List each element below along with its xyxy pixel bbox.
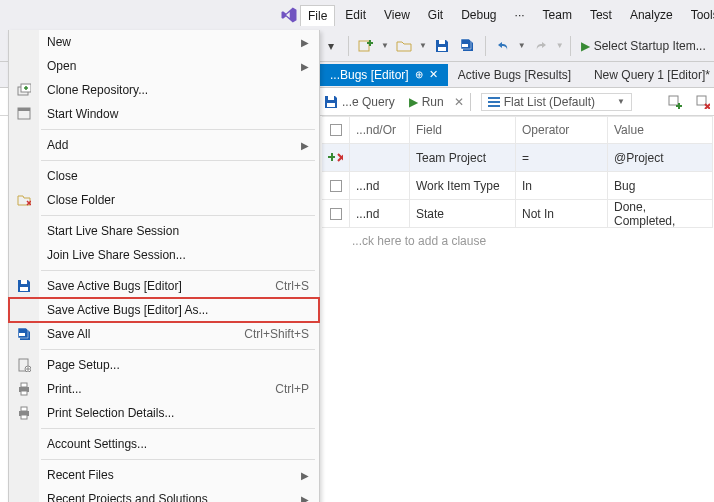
- checkbox[interactable]: [330, 208, 342, 220]
- save-icon[interactable]: [431, 35, 453, 57]
- save-query-button[interactable]: ...e Query: [320, 95, 399, 109]
- separator: [570, 36, 571, 56]
- menu-separator: [41, 459, 315, 460]
- menu-item-new[interactable]: New▶: [9, 30, 319, 54]
- tab-active-bugs-results[interactable]: Active Bugs [Results]: [448, 64, 581, 86]
- menu-item-recent-projects-and-solutions[interactable]: Recent Projects and Solutions▶: [9, 487, 319, 502]
- grid-add-icon[interactable]: [664, 91, 686, 113]
- redo-icon[interactable]: [530, 35, 552, 57]
- menu-analyze[interactable]: Analyze: [622, 4, 681, 26]
- menu-item-start-live-share-session[interactable]: Start Live Share Session: [9, 219, 319, 243]
- grid-row[interactable]: ...nd State Not In Done, Completed,: [322, 200, 713, 228]
- svg-rect-4: [327, 103, 335, 107]
- query-type-selector[interactable]: Flat List (Default) ▼: [481, 93, 632, 111]
- menu-file[interactable]: File: [300, 5, 335, 26]
- col-field[interactable]: Field: [410, 116, 516, 143]
- submenu-arrow-icon: ▶: [301, 494, 309, 503]
- startup-selector[interactable]: ▶ Select Startup Item...: [577, 39, 710, 53]
- col-value[interactable]: Value: [608, 116, 713, 143]
- menu-test[interactable]: Test: [582, 4, 620, 26]
- row-actions[interactable]: [328, 153, 343, 162]
- new-project-icon[interactable]: [355, 35, 377, 57]
- menu-item-recent-files[interactable]: Recent Files▶: [9, 463, 319, 487]
- run-button[interactable]: ▶ Run: [405, 95, 448, 109]
- menu-item-label: Close Folder: [47, 193, 309, 207]
- grid-row[interactable]: ...nd Work Item Type In Bug: [322, 172, 713, 200]
- save-all-icon[interactable]: [457, 35, 479, 57]
- menu-separator: [41, 129, 315, 130]
- grid-remove-icon[interactable]: [692, 91, 714, 113]
- save-icon: [324, 95, 338, 109]
- cell-field[interactable]: Team Project: [410, 144, 516, 171]
- cell-andor[interactable]: ...nd: [350, 200, 410, 227]
- checkbox[interactable]: [330, 180, 342, 192]
- cell-operator[interactable]: Not In: [516, 200, 608, 227]
- checkbox[interactable]: [330, 124, 342, 136]
- menu-edit[interactable]: Edit: [337, 4, 374, 26]
- menu-separator: [41, 160, 315, 161]
- menu-item-clone-repository[interactable]: Clone Repository...: [9, 78, 319, 102]
- open-icon[interactable]: [393, 35, 415, 57]
- col-operator[interactable]: Operator: [516, 116, 608, 143]
- cell-andor[interactable]: [350, 144, 410, 171]
- flatlist-label: Flat List (Default): [504, 95, 595, 109]
- menu-item-save-active-bugs-editor-as[interactable]: Save Active Bugs [Editor] As...: [9, 298, 319, 322]
- menu-item-print[interactable]: Print...Ctrl+P: [9, 377, 319, 401]
- cell-operator[interactable]: In: [516, 172, 608, 199]
- col-andor[interactable]: ...nd/Or: [350, 116, 410, 143]
- svg-rect-7: [488, 101, 500, 103]
- query-grid: ...nd/Or Field Operator Value Team Proje…: [322, 116, 713, 254]
- menu-item-label: Save All: [47, 327, 244, 341]
- menu-item-page-setup[interactable]: Page Setup...: [9, 353, 319, 377]
- tab-active-bugs-editor[interactable]: ...Bugs [Editor] ⊕ ✕: [320, 64, 448, 86]
- menu-item-join-live-share-session[interactable]: Join Live Share Session...: [9, 243, 319, 267]
- menu-item-add[interactable]: Add▶: [9, 133, 319, 157]
- menu-team[interactable]: Team: [535, 4, 580, 26]
- menu-item-print-selection-details[interactable]: Print Selection Details...: [9, 401, 319, 425]
- cell-andor[interactable]: ...nd: [350, 172, 410, 199]
- page-icon: [15, 356, 33, 374]
- separator: [348, 36, 349, 56]
- menu-git[interactable]: Git: [420, 4, 451, 26]
- submenu-arrow-icon: ▶: [301, 37, 309, 48]
- dropdown-caret-icon[interactable]: ▼: [419, 41, 427, 50]
- menu-item-label: Start Window: [47, 107, 309, 121]
- dropdown-caret-icon[interactable]: ▼: [518, 41, 526, 50]
- menu-item-label: Add: [47, 138, 301, 152]
- svg-rect-24: [21, 407, 27, 411]
- menu-tools[interactable]: Tools: [683, 4, 714, 26]
- svg-rect-10: [697, 96, 706, 105]
- menu-item-label: Print...: [47, 382, 275, 396]
- menu-[interactable]: ···: [507, 4, 533, 26]
- save-icon: [15, 277, 33, 295]
- stop-icon[interactable]: ✕: [454, 95, 464, 109]
- cell-value[interactable]: Done, Completed,: [608, 200, 713, 227]
- dropdown-caret-icon[interactable]: ▼: [381, 41, 389, 50]
- pin-icon[interactable]: ⊕: [415, 69, 423, 80]
- menu-item-start-window[interactable]: Start Window: [9, 102, 319, 126]
- menu-debug[interactable]: Debug: [453, 4, 504, 26]
- svg-rect-9: [669, 96, 678, 105]
- grid-row[interactable]: Team Project = @Project: [322, 144, 713, 172]
- undo-icon[interactable]: [492, 35, 514, 57]
- cell-value[interactable]: Bug: [608, 172, 713, 199]
- dropdown-icon[interactable]: ▾: [320, 35, 342, 57]
- cell-value[interactable]: @Project: [608, 144, 713, 171]
- window-icon: [15, 105, 33, 123]
- cell-operator[interactable]: =: [516, 144, 608, 171]
- menu-item-save-all[interactable]: Save AllCtrl+Shift+S: [9, 322, 319, 346]
- menu-item-account-settings[interactable]: Account Settings...: [9, 432, 319, 456]
- cell-field[interactable]: Work Item Type: [410, 172, 516, 199]
- svg-rect-8: [488, 105, 500, 107]
- menu-item-save-active-bugs-editor[interactable]: Save Active Bugs [Editor]Ctrl+S: [9, 274, 319, 298]
- menu-item-close-folder[interactable]: Close Folder: [9, 188, 319, 212]
- clone-icon: [15, 81, 33, 99]
- menu-item-close[interactable]: Close: [9, 164, 319, 188]
- tab-new-query[interactable]: New Query 1 [Editor]*: [584, 64, 714, 86]
- menu-view[interactable]: View: [376, 4, 418, 26]
- menu-item-open[interactable]: Open▶: [9, 54, 319, 78]
- menu-item-label: Recent Projects and Solutions: [47, 492, 301, 502]
- cell-field[interactable]: State: [410, 200, 516, 227]
- add-clause-hint[interactable]: ...ck here to add a clause: [322, 228, 713, 254]
- close-icon[interactable]: ✕: [429, 68, 438, 81]
